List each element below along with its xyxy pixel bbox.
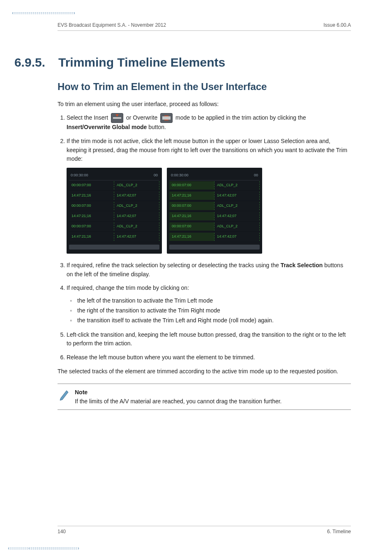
step-1c: mode to be applied in the trim action by… — [175, 114, 306, 121]
step-4-text: If required, change the trim mode by cli… — [67, 284, 189, 291]
header-left: EVS Broadcast Equipment S.A. - November … — [58, 22, 166, 28]
lasso-line-right-bottom — [29, 548, 79, 549]
tl-tc: 14:47:21;16 — [169, 233, 214, 241]
tl-tc: 00:00:07:00 — [69, 222, 114, 231]
note-box: Note If the limits of the A/V material a… — [58, 384, 351, 410]
timeline-figure: 0:00:30:00 00 00:00:07:00ADL_CLP_2 14:47… — [67, 168, 351, 254]
step-1: Select the Insert or Overwrite mode to b… — [67, 113, 351, 132]
tl-tc: 14:47:21;16 — [169, 192, 214, 200]
tl-tc: 00:00:07:00 — [69, 181, 114, 190]
step-3-bold: Track Selection — [281, 262, 323, 268]
tl-tc: 14:47:21;16 — [69, 192, 114, 200]
table-row: 00:00:07:00ADL_CLP_2 — [169, 201, 260, 211]
list-item: the left of the transition to activate t… — [77, 296, 351, 306]
intro-text: To trim an element using the user interf… — [58, 100, 351, 108]
tl-tc: 00:00:07:00 — [169, 202, 214, 210]
step-6: Release the left mouse button where you … — [67, 353, 351, 362]
timeline-footer-bar — [169, 245, 260, 250]
step-1b: or Overwrite — [126, 114, 159, 121]
tl-tc: 14:47:21;16 — [69, 233, 114, 241]
section-number: 6.9.5. — [4, 56, 45, 69]
content-area: 6.9.5. Trimming Timeline Elements How to… — [58, 31, 351, 410]
ruler-left: 0:00:30:00 — [171, 173, 189, 178]
page-header: EVS Broadcast Equipment S.A. - November … — [58, 22, 351, 31]
table-row: 00:00:07:00ADL_CLP_2 — [169, 222, 260, 232]
ruler-right: 00 — [254, 173, 258, 178]
timeline-footer-bar — [69, 245, 159, 250]
step-4-sublist: the left of the transition to activate t… — [67, 296, 351, 325]
table-row: 14:47:21;1614:47:42;07 — [169, 232, 260, 242]
subsection-title: How to Trim an Element in the User Inter… — [58, 81, 351, 92]
closing-text: The selected tracks of the element are t… — [58, 367, 351, 375]
step-1-bold: Insert/Overwrite Global mode — [67, 124, 147, 130]
tl-label: ADL_CLP_2 — [214, 181, 260, 190]
tl-label: 14:47:42;07 — [214, 192, 260, 200]
table-row: 00:00:07:00ADL_CLP_2 — [69, 222, 159, 232]
note-label: Note — [75, 388, 348, 396]
lasso-line-left-bottom — [8, 548, 79, 549]
ruler-right: 00 — [154, 173, 158, 178]
tl-label: ADL_CLP_2 — [114, 181, 159, 190]
footer-page-number: 140 — [58, 529, 66, 534]
tl-label: 14:47:42;07 — [114, 192, 159, 200]
tl-tc: 14:47:21;16 — [69, 212, 114, 220]
step-5: Left-click the transition and, keeping t… — [67, 331, 351, 348]
step-4: If required, change the trim mode by cli… — [67, 284, 351, 325]
list-item: the transition itself to activate the Tr… — [77, 316, 351, 326]
step-3: If required, refine the track selection … — [67, 261, 351, 279]
step-1a: Select the Insert — [67, 114, 110, 121]
overwrite-mode-icon — [160, 113, 173, 123]
timeline-panel-left: 0:00:30:00 00 00:00:07:00ADL_CLP_2 14:47… — [67, 168, 162, 254]
ruler-left: 0:00:30:00 — [71, 173, 88, 178]
tl-label: 14:47:42;07 — [114, 212, 159, 220]
tl-label: ADL_CLP_2 — [114, 222, 159, 231]
step-2-text: If the trim mode is not active, click th… — [67, 138, 347, 162]
timeline-panel-right: 0:00:30:00 00 00:00:07:00ADL_CLP_2 14:47… — [167, 168, 262, 254]
step-3a: If required, refine the track selection … — [67, 262, 281, 268]
lasso-line-left — [12, 12, 75, 14]
table-row: 00:00:07:00ADL_CLP_2 — [169, 180, 260, 191]
step-2: If the trim mode is not active, click th… — [67, 137, 351, 254]
tl-label: ADL_CLP_2 — [114, 202, 159, 210]
table-row: 14:47:21;1614:47:42;07 — [169, 211, 260, 222]
list-item: the right of the transition to activate … — [77, 306, 351, 316]
section-title: Trimming Timeline Elements — [58, 56, 225, 69]
table-row: 00:00:07:00ADL_CLP_2 — [69, 201, 159, 211]
tl-tc: 14:47:21;16 — [169, 212, 214, 220]
note-pencil-icon — [59, 389, 69, 400]
steps-list: Select the Insert or Overwrite mode to b… — [58, 113, 351, 362]
timeline-ruler: 0:00:30:00 00 — [169, 171, 260, 180]
tl-tc: 00:00:07:00 — [169, 181, 214, 190]
tl-label: 14:47:42;07 — [214, 233, 260, 241]
section-heading: 6.9.5. Trimming Timeline Elements — [58, 56, 351, 69]
page-footer: 140 6. Timeline — [58, 526, 351, 534]
table-row: 14:47:21;1614:47:42;07 — [69, 211, 159, 222]
tl-tc: 00:00:07:00 — [169, 222, 214, 231]
table-row: 14:47:21;1614:47:42;07 — [69, 232, 159, 242]
note-text: If the limits of the A/V material are re… — [75, 398, 282, 405]
tl-tc: 00:00:07:00 — [69, 202, 114, 210]
table-row: 14:47:21;1614:47:42;07 — [169, 191, 260, 201]
tl-label: ADL_CLP_2 — [214, 222, 260, 231]
footer-chapter: 6. Timeline — [327, 529, 351, 534]
timeline-ruler: 0:00:30:00 00 — [69, 171, 159, 180]
step-1d: button. — [147, 124, 166, 130]
tl-label: 14:47:42;07 — [114, 233, 159, 241]
table-row: 00:00:07:00ADL_CLP_2 — [69, 180, 159, 191]
tl-label: 14:47:42;07 — [214, 212, 260, 220]
table-row: 14:47:21;1614:47:42;07 — [69, 191, 159, 201]
insert-mode-icon — [111, 113, 123, 123]
header-right: Issue 6.00.A — [323, 22, 351, 28]
tl-label: ADL_CLP_2 — [214, 202, 260, 210]
